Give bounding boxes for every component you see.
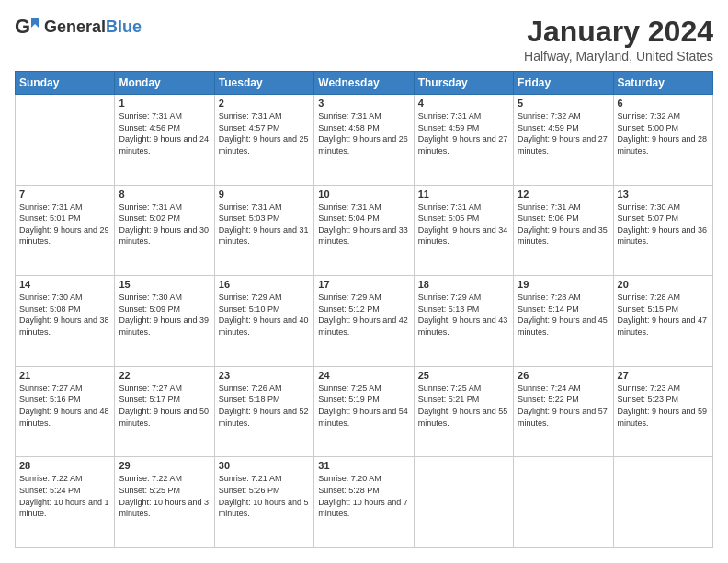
day-number: 21	[19, 370, 110, 381]
calendar-cell	[613, 457, 712, 548]
calendar-cell: 18Sunrise: 7:29 AMSunset: 5:13 PMDayligh…	[414, 276, 513, 367]
day-info: Sunrise: 7:23 AMSunset: 5:23 PMDaylight:…	[618, 383, 709, 429]
day-number: 17	[318, 279, 409, 290]
day-info: Sunrise: 7:28 AMSunset: 5:14 PMDaylight:…	[518, 292, 609, 338]
day-info: Sunrise: 7:32 AMSunset: 4:59 PMDaylight:…	[518, 110, 609, 156]
calendar-cell: 1Sunrise: 7:31 AMSunset: 4:56 PMDaylight…	[115, 95, 214, 186]
day-info: Sunrise: 7:31 AMSunset: 5:05 PMDaylight:…	[418, 201, 509, 247]
week-row-2: 14Sunrise: 7:30 AMSunset: 5:08 PMDayligh…	[16, 276, 713, 367]
calendar-cell: 2Sunrise: 7:31 AMSunset: 4:57 PMDaylight…	[214, 95, 313, 186]
weekday-header: SundayMondayTuesdayWednesdayThursdayFrid…	[16, 72, 713, 95]
calendar-cell: 23Sunrise: 7:26 AMSunset: 5:18 PMDayligh…	[214, 366, 313, 457]
day-number: 28	[19, 460, 110, 471]
day-info: Sunrise: 7:31 AMSunset: 4:59 PMDaylight:…	[418, 110, 509, 156]
day-info: Sunrise: 7:29 AMSunset: 5:10 PMDaylight:…	[219, 292, 310, 338]
day-info: Sunrise: 7:30 AMSunset: 5:09 PMDaylight:…	[119, 292, 210, 338]
week-row-4: 28Sunrise: 7:22 AMSunset: 5:24 PMDayligh…	[16, 457, 713, 548]
week-row-0: 1Sunrise: 7:31 AMSunset: 4:56 PMDaylight…	[16, 95, 713, 186]
day-number: 7	[19, 189, 110, 200]
weekday-saturday: Saturday	[613, 72, 712, 95]
weekday-thursday: Thursday	[414, 72, 513, 95]
day-number: 26	[518, 370, 609, 381]
day-number: 10	[318, 189, 409, 200]
calendar-cell: 20Sunrise: 7:28 AMSunset: 5:15 PMDayligh…	[613, 276, 712, 367]
weekday-friday: Friday	[514, 72, 613, 95]
calendar-cell: 21Sunrise: 7:27 AMSunset: 5:16 PMDayligh…	[16, 366, 115, 457]
day-number: 25	[418, 370, 509, 381]
day-number: 19	[518, 279, 609, 290]
day-number: 5	[518, 98, 609, 109]
day-info: Sunrise: 7:27 AMSunset: 5:17 PMDaylight:…	[119, 383, 210, 429]
calendar-cell: 26Sunrise: 7:24 AMSunset: 5:22 PMDayligh…	[514, 366, 613, 457]
day-info: Sunrise: 7:29 AMSunset: 5:13 PMDaylight:…	[418, 292, 509, 338]
week-row-3: 21Sunrise: 7:27 AMSunset: 5:16 PMDayligh…	[16, 366, 713, 457]
day-info: Sunrise: 7:22 AMSunset: 5:25 PMDaylight:…	[119, 473, 210, 519]
day-info: Sunrise: 7:25 AMSunset: 5:19 PMDaylight:…	[318, 383, 409, 429]
calendar-cell: 11Sunrise: 7:31 AMSunset: 5:05 PMDayligh…	[414, 185, 513, 276]
logo-text: GeneralBlue	[44, 18, 142, 37]
calendar-cell: 8Sunrise: 7:31 AMSunset: 5:02 PMDaylight…	[115, 185, 214, 276]
day-number: 3	[318, 98, 409, 109]
day-number: 31	[318, 460, 409, 471]
day-info: Sunrise: 7:28 AMSunset: 5:15 PMDaylight:…	[618, 292, 709, 338]
calendar-cell: 4Sunrise: 7:31 AMSunset: 4:59 PMDaylight…	[414, 95, 513, 186]
day-number: 4	[418, 98, 509, 109]
logo: G GeneralBlue	[15, 15, 142, 40]
weekday-monday: Monday	[115, 72, 214, 95]
calendar-cell: 28Sunrise: 7:22 AMSunset: 5:24 PMDayligh…	[16, 457, 115, 548]
day-number: 30	[219, 460, 310, 471]
day-info: Sunrise: 7:30 AMSunset: 5:07 PMDaylight:…	[618, 201, 709, 247]
day-info: Sunrise: 7:32 AMSunset: 5:00 PMDaylight:…	[618, 110, 709, 156]
calendar-cell: 19Sunrise: 7:28 AMSunset: 5:14 PMDayligh…	[514, 276, 613, 367]
calendar-cell: 25Sunrise: 7:25 AMSunset: 5:21 PMDayligh…	[414, 366, 513, 457]
day-number: 15	[119, 279, 210, 290]
day-info: Sunrise: 7:31 AMSunset: 5:04 PMDaylight:…	[318, 201, 409, 247]
day-number: 8	[119, 189, 210, 200]
day-info: Sunrise: 7:30 AMSunset: 5:08 PMDaylight:…	[19, 292, 110, 338]
day-number: 29	[119, 460, 210, 471]
day-number: 22	[119, 370, 210, 381]
day-number: 16	[219, 279, 310, 290]
day-info: Sunrise: 7:31 AMSunset: 5:06 PMDaylight:…	[518, 201, 609, 247]
calendar-cell: 16Sunrise: 7:29 AMSunset: 5:10 PMDayligh…	[214, 276, 313, 367]
calendar-cell: 24Sunrise: 7:25 AMSunset: 5:19 PMDayligh…	[314, 366, 414, 457]
day-number: 6	[618, 98, 709, 109]
calendar-table: SundayMondayTuesdayWednesdayThursdayFrid…	[15, 71, 713, 548]
svg-text:G: G	[15, 15, 30, 38]
calendar-cell: 13Sunrise: 7:30 AMSunset: 5:07 PMDayligh…	[613, 185, 712, 276]
day-info: Sunrise: 7:31 AMSunset: 4:56 PMDaylight:…	[119, 110, 210, 156]
month-title: January 2024	[524, 15, 713, 49]
calendar-cell: 7Sunrise: 7:31 AMSunset: 5:01 PMDaylight…	[16, 185, 115, 276]
day-number: 23	[219, 370, 310, 381]
day-info: Sunrise: 7:31 AMSunset: 4:57 PMDaylight:…	[219, 110, 310, 156]
calendar-cell: 15Sunrise: 7:30 AMSunset: 5:09 PMDayligh…	[115, 276, 214, 367]
weekday-wednesday: Wednesday	[314, 72, 414, 95]
day-info: Sunrise: 7:31 AMSunset: 5:03 PMDaylight:…	[219, 201, 310, 247]
day-number: 14	[19, 279, 110, 290]
calendar-cell: 14Sunrise: 7:30 AMSunset: 5:08 PMDayligh…	[16, 276, 115, 367]
day-info: Sunrise: 7:27 AMSunset: 5:16 PMDaylight:…	[19, 383, 110, 429]
day-number: 2	[219, 98, 310, 109]
day-number: 24	[318, 370, 409, 381]
day-number: 11	[418, 189, 509, 200]
day-info: Sunrise: 7:21 AMSunset: 5:26 PMDaylight:…	[219, 473, 310, 519]
calendar-cell: 5Sunrise: 7:32 AMSunset: 4:59 PMDaylight…	[514, 95, 613, 186]
day-info: Sunrise: 7:22 AMSunset: 5:24 PMDaylight:…	[19, 473, 110, 519]
calendar-body: 1Sunrise: 7:31 AMSunset: 4:56 PMDaylight…	[16, 95, 713, 548]
location: Halfway, Maryland, United States	[524, 49, 713, 63]
title-block: January 2024 Halfway, Maryland, United S…	[524, 15, 713, 63]
calendar-cell: 30Sunrise: 7:21 AMSunset: 5:26 PMDayligh…	[214, 457, 313, 548]
logo-icon: G	[15, 15, 40, 40]
day-number: 20	[618, 279, 709, 290]
calendar-cell: 6Sunrise: 7:32 AMSunset: 5:00 PMDaylight…	[613, 95, 712, 186]
calendar-cell: 22Sunrise: 7:27 AMSunset: 5:17 PMDayligh…	[115, 366, 214, 457]
calendar-cell	[514, 457, 613, 548]
weekday-tuesday: Tuesday	[214, 72, 313, 95]
day-number: 18	[418, 279, 509, 290]
calendar-cell: 17Sunrise: 7:29 AMSunset: 5:12 PMDayligh…	[314, 276, 414, 367]
calendar-cell: 29Sunrise: 7:22 AMSunset: 5:25 PMDayligh…	[115, 457, 214, 548]
day-info: Sunrise: 7:29 AMSunset: 5:12 PMDaylight:…	[318, 292, 409, 338]
calendar-cell: 3Sunrise: 7:31 AMSunset: 4:58 PMDaylight…	[314, 95, 414, 186]
day-info: Sunrise: 7:26 AMSunset: 5:18 PMDaylight:…	[219, 383, 310, 429]
day-number: 12	[518, 189, 609, 200]
